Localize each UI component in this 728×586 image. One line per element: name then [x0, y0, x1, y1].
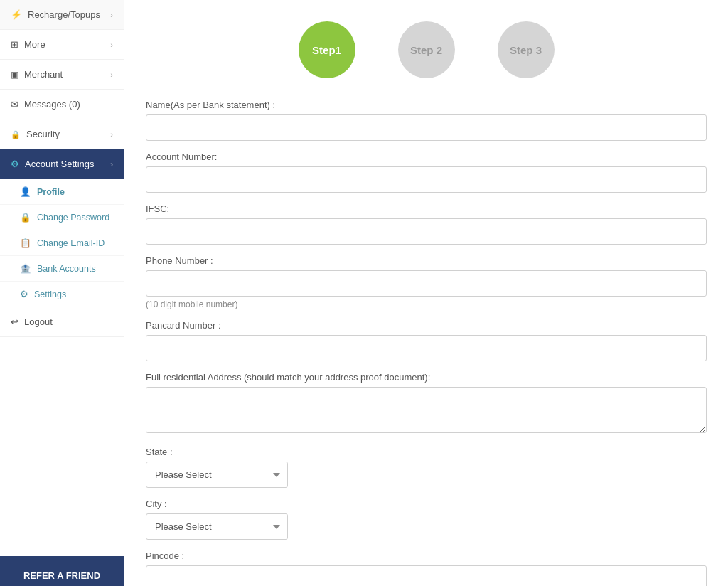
pincode-label: Pincode :	[146, 550, 707, 561]
account-number-label: Account Number:	[146, 151, 707, 162]
settings-icon: ⚙	[20, 289, 28, 299]
sidebar: Recharge/Topups › More › Merchant › Mess…	[0, 0, 124, 586]
state-select[interactable]: Please Select	[146, 462, 288, 488]
main-content: Step1 Step 2 Step 3 Name(As per Bank sta…	[124, 0, 728, 586]
state-select-wrapper: Please Select	[146, 462, 288, 488]
steps-container: Step1 Step 2 Step 3	[146, 14, 707, 78]
sidebar-item-label: Recharge/Topups	[28, 9, 100, 20]
state-label: State :	[146, 447, 707, 457]
sidebar-item-label: Messages (0)	[24, 99, 80, 110]
account-number-group: Account Number:	[146, 151, 707, 193]
address-textarea[interactable]	[146, 387, 707, 433]
message-icon	[11, 99, 18, 110]
gear-icon	[11, 159, 19, 169]
sub-item-label: Profile	[37, 187, 65, 197]
account-settings-submenu: 👤 Profile 🔒 Change Password 📋 Change Ema…	[0, 179, 124, 307]
address-label: Full residential Address (should match y…	[146, 372, 707, 383]
refer-line2: & EARN 15%	[9, 582, 115, 586]
sidebar-item-change-password[interactable]: 🔒 Change Password	[0, 205, 124, 230]
person-icon: 👤	[20, 186, 31, 197]
sidebar-item-label: Logout	[24, 316, 53, 327]
bank-icon: 🏦	[20, 263, 31, 274]
phone-input[interactable]	[146, 270, 707, 297]
sidebar-item-settings[interactable]: ⚙ Settings	[0, 282, 124, 307]
city-group: City : Please Select	[146, 499, 707, 540]
step2-circle: Step 2	[398, 21, 455, 78]
logout-icon	[11, 316, 18, 327]
step1-circle: Step1	[299, 21, 355, 78]
sidebar-item-messages[interactable]: Messages (0)	[0, 90, 124, 119]
bolt-icon	[11, 9, 22, 20]
sidebar-item-account-settings[interactable]: Account Settings ›	[0, 149, 124, 179]
chevron-right-icon: ›	[110, 130, 113, 139]
chevron-right-icon: ›	[110, 11, 113, 19]
step1-label: Step1	[312, 44, 341, 56]
pincode-group: Pincode :	[146, 550, 707, 586]
city-select[interactable]: Please Select	[146, 513, 288, 540]
sidebar-item-security[interactable]: Security ›	[0, 119, 124, 149]
sidebar-item-label: Account Settings	[25, 159, 95, 169]
email-icon: 📋	[20, 238, 31, 248]
city-label: City :	[146, 499, 707, 509]
refer-line1: REFER A FRIEND	[9, 569, 115, 583]
lock-icon	[11, 129, 21, 139]
plus-sq-icon	[11, 39, 18, 50]
ifsc-input[interactable]	[146, 218, 707, 245]
sidebar-item-recharge-topups[interactable]: Recharge/Topups ›	[0, 0, 124, 30]
sidebar-item-logout[interactable]: Logout	[0, 307, 124, 337]
step2-label: Step 2	[410, 44, 442, 56]
sub-item-label: Change Email-ID	[37, 238, 105, 248]
pancard-label: Pancard Number :	[146, 320, 707, 331]
account-number-input[interactable]	[146, 166, 707, 193]
step3-label: Step 3	[510, 44, 542, 56]
sub-item-label: Change Password	[37, 213, 109, 223]
bank-account-form: Name(As per Bank statement) : Account Nu…	[146, 100, 707, 586]
pancard-group: Pancard Number :	[146, 320, 707, 361]
pancard-input[interactable]	[146, 335, 707, 361]
sidebar-item-merchant[interactable]: Merchant ›	[0, 60, 124, 90]
ifsc-group: IFSC:	[146, 203, 707, 245]
sidebar-item-label: Merchant	[24, 69, 63, 80]
state-group: State : Please Select	[146, 447, 707, 488]
address-group: Full residential Address (should match y…	[146, 372, 707, 436]
phone-group: Phone Number : (10 digit mobile number)	[146, 255, 707, 309]
sidebar-item-profile[interactable]: 👤 Profile	[0, 179, 124, 205]
name-input[interactable]	[146, 114, 707, 141]
chevron-right-icon: ›	[110, 70, 113, 79]
lock-icon: 🔒	[20, 212, 31, 223]
chevron-right-icon: ›	[110, 160, 113, 169]
name-label: Name(As per Bank statement) :	[146, 100, 707, 110]
sidebar-item-label: More	[24, 39, 46, 50]
sidebar-item-more[interactable]: More ›	[0, 30, 124, 60]
ifsc-label: IFSC:	[146, 203, 707, 214]
sidebar-item-label: Security	[26, 129, 60, 139]
chevron-right-icon: ›	[110, 41, 113, 49]
city-select-wrapper: Please Select	[146, 513, 288, 540]
card-icon	[11, 69, 18, 80]
refer-a-friend-banner[interactable]: REFER A FRIEND & EARN 15% OF THEIR TRANS…	[0, 556, 124, 587]
sidebar-item-change-email[interactable]: 📋 Change Email-ID	[0, 230, 124, 256]
phone-helper: (10 digit mobile number)	[146, 299, 707, 309]
phone-label: Phone Number :	[146, 255, 707, 266]
sidebar-item-bank-accounts[interactable]: 🏦 Bank Accounts	[0, 256, 124, 282]
pincode-input[interactable]	[146, 565, 707, 586]
sub-item-label: Settings	[34, 289, 66, 299]
name-group: Name(As per Bank statement) :	[146, 100, 707, 141]
step3-circle: Step 3	[498, 21, 555, 78]
sub-item-label: Bank Accounts	[37, 264, 96, 274]
